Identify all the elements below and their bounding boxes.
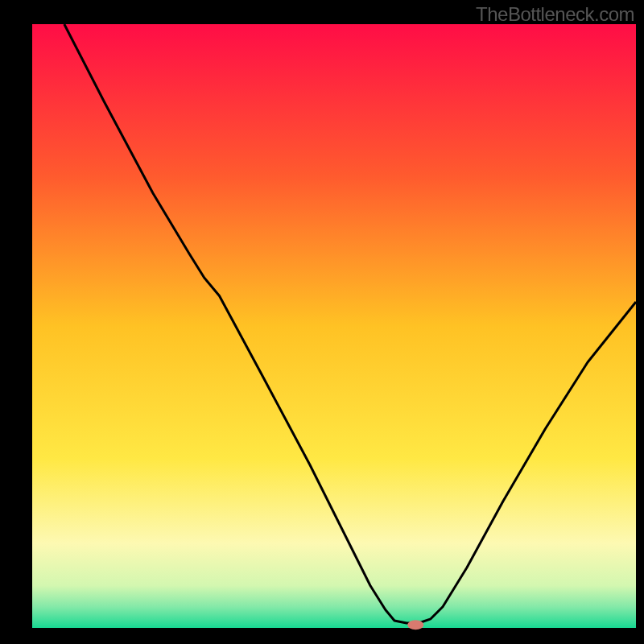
watermark-text: TheBottleneck.com [476,3,634,26]
gradient-background [32,24,636,628]
bottleneck-chart [0,0,644,644]
optimal-marker [407,620,423,630]
chart-stage: TheBottleneck.com [0,0,644,644]
